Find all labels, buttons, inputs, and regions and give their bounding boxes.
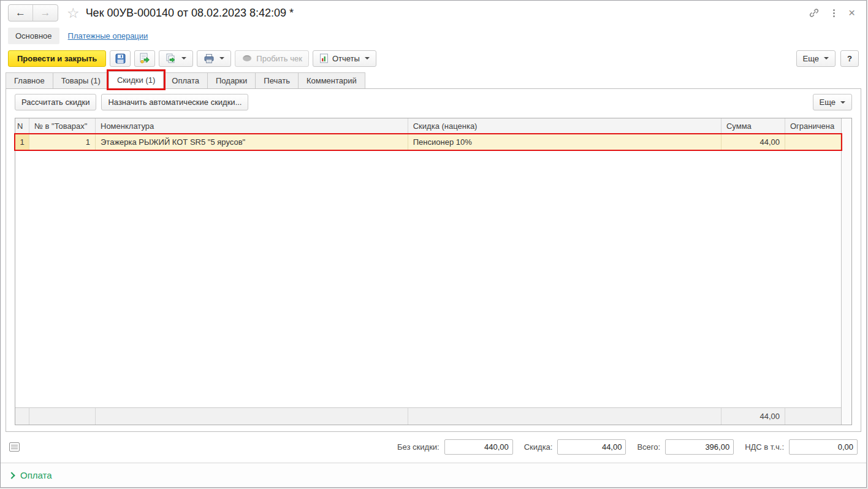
totals-fields: Без скидки: 440,00 Скидка: 44,00 Всего: …: [391, 439, 858, 455]
discounts-table-main: N № в "Товарах" Номенклатура Скидка (нац…: [15, 118, 841, 425]
tab-strip: Главное Товары (1) Скидки (1) Оплата Под…: [1, 71, 866, 88]
toolbar: Провести и закрыть: [1, 46, 866, 71]
footer-limited-cell: [785, 408, 841, 425]
page-title: Чек 00УВ-000140 от 08.02.2023 8:42:09 *: [86, 7, 294, 20]
no-discount-field[interactable]: 440,00: [444, 439, 513, 455]
chevron-down-icon: [219, 57, 224, 60]
help-button[interactable]: ?: [840, 50, 859, 67]
tab-label: Оплата: [172, 76, 199, 85]
forward-icon: →: [40, 7, 51, 19]
print-icon: [204, 53, 215, 64]
post-and-close-button[interactable]: Провести и закрыть: [8, 50, 106, 67]
close-icon[interactable]: ×: [848, 6, 855, 20]
column-header-nomenclature[interactable]: Номенклатура: [96, 118, 408, 134]
tab-podarki[interactable]: Подарки: [207, 72, 256, 88]
nav-item-payment-operations[interactable]: Платежные операции: [68, 31, 148, 40]
sum-cell[interactable]: 44,00: [721, 134, 785, 150]
save-button[interactable]: [110, 50, 131, 67]
assign-auto-discounts-button[interactable]: Назначить автоматические скидки...: [101, 94, 248, 110]
payment-section-toggle[interactable]: Оплата: [9, 470, 52, 480]
reports-icon: [319, 53, 329, 63]
discount-label: Скидка:: [524, 442, 553, 452]
reports-label: Отчеты: [332, 54, 360, 63]
total-field[interactable]: 396,00: [665, 439, 734, 455]
tab-oplata[interactable]: Оплата: [163, 72, 208, 88]
link-icon[interactable]: [809, 7, 820, 18]
tab-skidki[interactable]: Скидки (1): [108, 71, 164, 88]
table-more-button[interactable]: Еще: [813, 94, 852, 110]
num-in-goods-cell[interactable]: 1: [29, 134, 96, 150]
table-row[interactable]: 1 1 Этажерка РЫЖИЙ КОТ SR5 "5 ярусов" Пе…: [15, 134, 841, 150]
tab-page-discounts: Рассчитать скидки Назначить автоматическ…: [6, 88, 861, 432]
column-header-n[interactable]: N: [15, 118, 29, 134]
vat-label: НДС в т.ч.:: [745, 442, 784, 452]
footer-discount-cell: [408, 408, 721, 425]
discount-field[interactable]: 44,00: [557, 439, 626, 455]
tab-glavnoe[interactable]: Главное: [6, 72, 53, 88]
document-window: ← → ☆ Чек 00УВ-000140 от 08.02.2023 8:42…: [0, 0, 867, 488]
footer-sum-cell: 44,00: [721, 408, 785, 425]
history-nav: ← →: [8, 4, 58, 21]
tab-pechat[interactable]: Печать: [255, 72, 299, 88]
tab-label: Подарки: [216, 76, 247, 85]
favorite-star-icon[interactable]: ☆: [67, 6, 80, 20]
limited-cell[interactable]: [785, 134, 841, 150]
forward-button[interactable]: →: [33, 5, 58, 21]
table-more-label: Еще: [820, 98, 836, 107]
column-header-limited[interactable]: Ограничена: [785, 118, 841, 134]
fiscal-receipt-icon: [242, 54, 253, 63]
payment-section-row: Оплата: [1, 463, 866, 487]
table-footer-row: 44,00: [15, 407, 841, 425]
tab-label: Скидки (1): [117, 75, 155, 85]
column-header-sum[interactable]: Сумма: [721, 118, 785, 134]
nav-item-main[interactable]: Основное: [8, 28, 59, 44]
table-command-bar: Рассчитать скидки Назначить автоматическ…: [6, 89, 861, 114]
discounts-table: N № в "Товарах" Номенклатура Скидка (нац…: [15, 118, 852, 425]
back-icon: ←: [15, 7, 26, 19]
column-header-discount[interactable]: Скидка (наценка): [408, 118, 721, 134]
create-based-on-icon: [166, 53, 177, 64]
table-header-row: N № в "Товарах" Номенклатура Скидка (нац…: [15, 118, 841, 134]
chevron-down-icon: [181, 57, 186, 60]
footer-num-cell: [29, 408, 96, 425]
chevron-down-icon: [824, 57, 829, 60]
totals-row: Без скидки: 440,00 Скидка: 44,00 Всего: …: [1, 432, 866, 455]
toolbar-right: Еще ?: [796, 50, 859, 67]
create-based-on-button[interactable]: [159, 50, 193, 67]
column-header-num-in-goods[interactable]: № в "Товарах": [29, 118, 96, 134]
reports-button[interactable]: Отчеты: [313, 50, 376, 67]
more-actions-label: Еще: [803, 54, 819, 63]
chevron-down-icon: [840, 101, 845, 104]
tab-kommentariy[interactable]: Комментарий: [298, 72, 365, 88]
more-menu-icon[interactable]: [833, 9, 835, 17]
fiscal-receipt-button[interactable]: Пробить чек: [235, 50, 309, 67]
titlebar-actions: ×: [809, 6, 860, 20]
more-actions-button[interactable]: Еще: [796, 50, 836, 67]
discount-cell[interactable]: Пенсионер 10%: [408, 134, 721, 150]
table-empty-area: [15, 150, 841, 407]
vertical-scrollbar[interactable]: [841, 118, 851, 425]
footer-n-cell: [15, 408, 29, 425]
footer-nomenclature-cell: [96, 408, 408, 425]
calculate-discounts-button[interactable]: Рассчитать скидки: [15, 94, 96, 110]
form-menu-icon[interactable]: [9, 442, 20, 452]
vat-field[interactable]: 0,00: [789, 439, 858, 455]
navigation-row: Основное Платежные операции: [1, 25, 866, 46]
save-icon: [115, 53, 126, 64]
total-label: Всего:: [637, 442, 660, 452]
tab-label: Печать: [264, 76, 290, 85]
no-discount-label: Без скидки:: [397, 442, 440, 452]
payment-section-label: Оплата: [20, 470, 52, 480]
post-document-icon: [139, 53, 150, 64]
row-number-cell: 1: [15, 134, 29, 150]
print-button[interactable]: [197, 50, 231, 67]
tab-label: Главное: [14, 76, 45, 85]
nomenclature-cell[interactable]: Этажерка РЫЖИЙ КОТ SR5 "5 ярусов": [96, 134, 408, 150]
back-button[interactable]: ←: [9, 5, 33, 21]
chevron-down-icon: [365, 57, 370, 60]
tab-label: Комментарий: [306, 76, 357, 85]
chevron-right-icon: [8, 472, 15, 479]
title-bar: ← → ☆ Чек 00УВ-000140 от 08.02.2023 8:42…: [1, 1, 866, 25]
tab-tovary[interactable]: Товары (1): [53, 72, 109, 88]
post-document-button[interactable]: [134, 50, 155, 67]
